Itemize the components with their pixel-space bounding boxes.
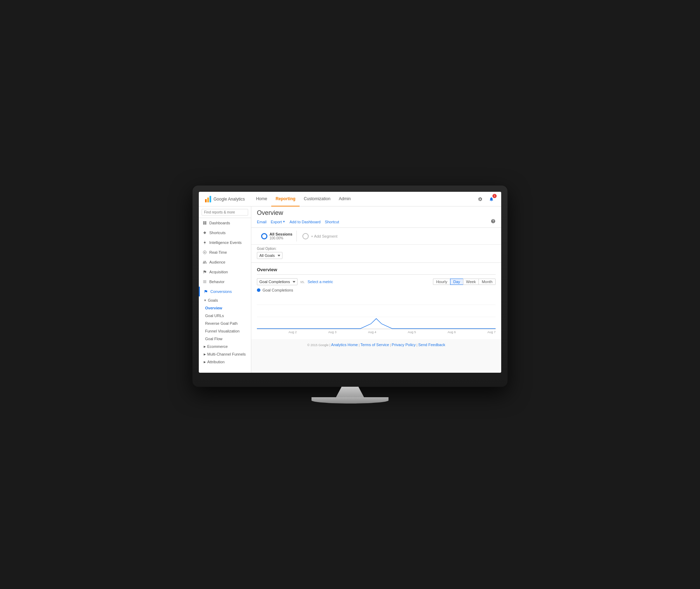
xaxis-label-4: Aug 5 [408, 330, 416, 334]
sidebar: Dashboards Shortcuts Intelligence Events [199, 206, 251, 373]
chart-controls: Goal Completions vs. Select a metric Hou… [257, 278, 496, 285]
ecommerce-label: Ecommerce [207, 344, 228, 349]
xaxis-label-2: Aug 3 [328, 330, 337, 334]
footer-terms[interactable]: Terms of Service [360, 343, 389, 347]
sidebar-item-dashboards[interactable]: Dashboards [199, 218, 251, 228]
footer: © 2015 Google | Analytics Home | Terms o… [251, 339, 501, 350]
behavior-icon [202, 279, 207, 284]
sidebar-item-realtime[interactable]: Real-Time [199, 247, 251, 257]
monitor-stand [192, 387, 507, 404]
sidebar-item-attribution[interactable]: ▶ Attribution [199, 358, 251, 366]
audience-label: Audience [209, 260, 225, 264]
chart-controls-left: Goal Completions vs. Select a metric [257, 278, 333, 285]
svg-rect-13 [203, 282, 206, 282]
nav-admin[interactable]: Admin [335, 192, 355, 206]
chart-legend: Goal Completions [257, 288, 496, 292]
sidebar-item-behavior[interactable]: Behavior [199, 277, 251, 287]
all-sessions-chip[interactable]: All Sessions 100.00% [257, 231, 297, 241]
conversions-label: Conversions [210, 289, 232, 294]
svg-rect-4 [205, 222, 206, 223]
svg-point-7 [204, 242, 206, 244]
chart-area [257, 294, 496, 329]
audience-icon [202, 260, 207, 265]
notifications-button[interactable]: 1 [487, 195, 496, 203]
realtime-icon [202, 250, 207, 255]
svg-rect-3 [203, 222, 205, 223]
sidebar-item-acquisition[interactable]: Acquisition [199, 267, 251, 277]
add-segment-circle-icon [302, 233, 309, 239]
nav-links: Home Reporting Customization Admin [252, 192, 476, 206]
sidebar-sub-item-goal-urls[interactable]: Goal URLs [199, 312, 251, 320]
attribution-label: Attribution [207, 360, 225, 364]
day-btn[interactable]: Day [450, 279, 463, 285]
xaxis-label-1: Aug 2 [288, 330, 297, 334]
goals-arrow-icon: ▼ [204, 299, 206, 302]
shortcuts-icon [202, 230, 207, 235]
footer-feedback[interactable]: Send Feedback [418, 343, 445, 347]
footer-copyright: © 2015 Google [307, 343, 329, 347]
svg-rect-1 [207, 197, 209, 202]
content-area: Overview Email Export ▼ Add to Dashboard… [251, 206, 501, 373]
settings-button[interactable] [476, 195, 484, 203]
ecommerce-arrow-icon: ▶ [204, 345, 206, 348]
dashboards-label: Dashboards [209, 221, 230, 225]
legend-label: Goal Completions [262, 288, 293, 292]
svg-rect-14 [203, 283, 206, 283]
sidebar-sub-item-goal-flow[interactable]: Goal Flow [199, 335, 251, 343]
add-segment-button[interactable]: + Add Segment [302, 233, 337, 239]
overview-section: Overview Goal Completions vs. Select a m… [251, 263, 501, 339]
stand-neck [336, 387, 364, 397]
sidebar-item-intelligence[interactable]: Intelligence Events [199, 238, 251, 247]
sidebar-sub-item-reverse-goal-path[interactable]: Reverse Goal Path [199, 320, 251, 327]
footer-privacy[interactable]: Privacy Policy [392, 343, 415, 347]
vs-text: vs. [300, 280, 305, 284]
segment-percent: 100.00% [270, 236, 292, 240]
goal-option-select[interactable]: All Goals [257, 252, 282, 259]
search-input[interactable] [202, 209, 248, 216]
nav-reporting[interactable]: Reporting [271, 192, 300, 206]
sidebar-item-multi-channel[interactable]: ▶ Multi-Channel Funnels [199, 350, 251, 358]
email-button[interactable]: Email [257, 220, 267, 224]
page-title: Overview [257, 209, 496, 217]
svg-rect-6 [205, 223, 206, 225]
chart-svg [257, 294, 496, 329]
footer-analytics-home[interactable]: Analytics Home [331, 343, 358, 347]
nav-customization[interactable]: Customization [300, 192, 335, 206]
hourly-btn[interactable]: Hourly [433, 279, 450, 285]
sidebar-item-shortcuts[interactable]: Shortcuts [199, 228, 251, 238]
svg-rect-5 [203, 223, 205, 225]
xaxis-label-3: Aug 4 [368, 330, 376, 334]
nav-home[interactable]: Home [252, 192, 271, 206]
export-button[interactable]: Export ▼ [271, 220, 286, 224]
sidebar-item-audience[interactable]: Audience [199, 257, 251, 267]
logo-area: Google Analytics [204, 195, 245, 203]
sidebar-item-ecommerce[interactable]: ▶ Ecommerce [199, 343, 251, 350]
goals-label: Goals [208, 298, 218, 302]
intelligence-icon [202, 240, 207, 245]
week-btn[interactable]: Week [463, 279, 479, 285]
month-btn[interactable]: Month [478, 279, 496, 285]
shortcuts-label: Shortcuts [209, 231, 225, 235]
notification-badge: 1 [492, 194, 497, 198]
add-segment-label: + Add Segment [311, 234, 337, 238]
sidebar-item-conversions[interactable]: Conversions [199, 287, 251, 296]
content-header: Overview Email Export ▼ Add to Dashboard… [251, 206, 501, 228]
svg-point-11 [204, 252, 205, 253]
metric-select[interactable]: Goal Completions [257, 278, 298, 285]
chart-xaxis: Aug 2 Aug 3 Aug 4 Aug 5 Aug 6 Aug 7 [257, 329, 496, 335]
sidebar-sub-item-overview[interactable]: Overview [199, 304, 251, 312]
select-metric-link[interactable]: Select a metric [308, 280, 333, 284]
svg-rect-12 [203, 281, 206, 281]
sidebar-sub-item-funnel-visualization[interactable]: Funnel Visualization [199, 327, 251, 335]
help-icon[interactable] [491, 219, 496, 225]
realtime-label: Real-Time [209, 250, 227, 254]
conversions-icon [203, 289, 208, 294]
export-chevron-icon: ▼ [282, 220, 285, 223]
nav-right: 1 [476, 195, 496, 203]
acquisition-icon [202, 269, 207, 274]
ga-logo-icon [204, 195, 212, 203]
shortcut-button[interactable]: Shortcut [325, 220, 339, 224]
add-to-dashboard-button[interactable]: Add to Dashboard [289, 220, 321, 224]
legend-dot-icon [257, 288, 260, 292]
sidebar-item-goals[interactable]: ▼ Goals [199, 296, 251, 304]
